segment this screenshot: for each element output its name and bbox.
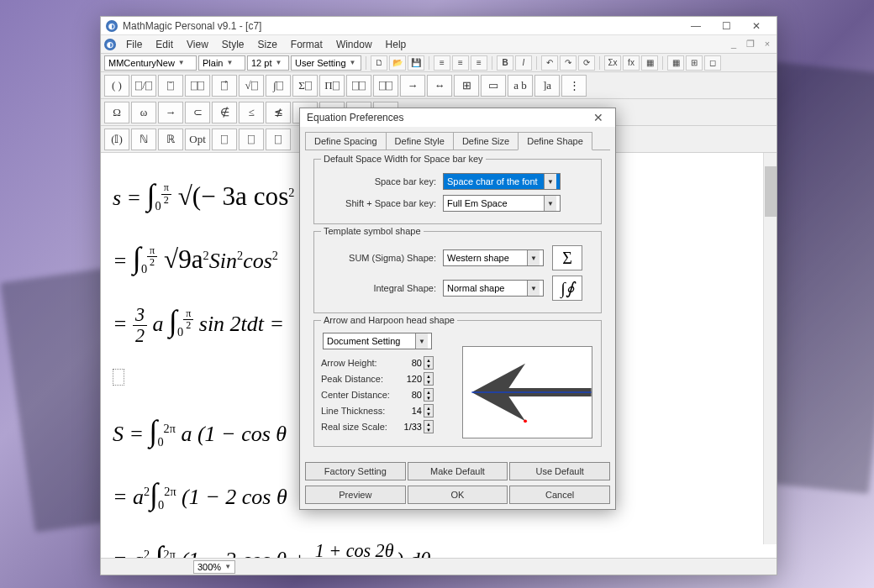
symbol-btn-3[interactable]: ⊂ [185,102,210,123]
menu-style[interactable]: Style [215,37,251,52]
align-center-btn[interactable]: ≡ [452,55,469,71]
template-btn-2[interactable]: ⎕̄ [158,75,183,97]
integral-shape-label: Integral Shape: [321,283,443,293]
doc-minimize[interactable]: _ [728,39,740,50]
space-key-select[interactable]: Space char of the font▼ [443,173,561,190]
maximize-button[interactable]: ☐ [711,18,741,34]
symbol-btn-4[interactable]: ∉ [212,102,237,123]
grid-btn[interactable]: ⊞ [686,55,703,71]
titlebar: ◐ MathMagic Personal v9.1 - [c7] — ☐ ✕ [101,17,777,35]
menu-edit[interactable]: Edit [149,37,180,52]
shift-space-select[interactable]: Full Em Space▼ [443,195,561,212]
open-btn[interactable]: 📂 [389,55,406,71]
template-btn-9[interactable]: ⎕⎕ [346,75,371,97]
menubar: ◐ FileEditViewStyleSizeFormatWindowHelp … [101,35,777,54]
template-btn-16[interactable]: ]a [534,75,560,97]
app-icon: ◐ [106,20,118,32]
sigma-btn[interactable]: Σx [604,55,621,71]
spinner-4[interactable]: ▲▼ [424,420,434,433]
save-btn[interactable]: 💾 [408,55,424,71]
color-btn[interactable]: ▦ [667,55,684,71]
extra-btn-1[interactable]: ℕ [131,129,156,150]
space-key-label: Space bar key: [321,176,443,186]
spinner-0[interactable]: ▲▼ [424,356,434,370]
redo-btn[interactable]: ↷ [560,55,577,71]
menu-view[interactable]: View [180,37,215,52]
extra-btn-4[interactable]: ⎕ [212,129,237,150]
sum-shape-select[interactable]: Western shape▼ [443,249,544,266]
zoom-selector[interactable]: 300%▼ [193,560,235,574]
template-btn-10[interactable]: ⎕⎕ [373,75,398,97]
chevron-down-icon: ▼ [178,59,185,66]
bold-btn[interactable]: B [497,55,513,71]
extra-btn-3[interactable]: Opt [185,129,210,150]
factory-setting-button[interactable]: Factory Setting [305,462,406,480]
italic-btn[interactable]: I [515,55,532,71]
new-btn[interactable]: 🗋 [371,55,387,71]
fx-btn[interactable]: fx [623,55,640,71]
cancel-button[interactable]: Cancel [509,486,610,504]
template-btn-5[interactable]: √⎕ [239,75,264,97]
template-btn-8[interactable]: Π⎕ [319,75,345,97]
style-selector[interactable]: Plain▼ [198,55,245,71]
template-btn-12[interactable]: ↔ [427,75,452,97]
template-btn-14[interactable]: ▭ [481,75,506,97]
menu-format[interactable]: Format [284,37,329,52]
undo-btn[interactable]: ↶ [541,55,558,71]
arrow-shape-group: Arrow and Harpoon head shape Document Se… [313,320,602,447]
tab-define-style[interactable]: Define Style [386,132,453,150]
symbol-btn-6[interactable]: ≰ [266,102,291,123]
extra-btn-6[interactable]: ⎕ [266,129,291,150]
template-symbol-group: Template symbol shape SUM (Sigma) Shape:… [313,231,602,313]
preview-button[interactable]: Preview [305,486,406,504]
template-btn-7[interactable]: Σ⎕ [292,75,318,97]
doc-close[interactable]: × [761,39,773,50]
box-btn[interactable]: ◻ [704,55,721,71]
ok-button[interactable]: OK [408,486,508,504]
integral-shape-select[interactable]: Normal shape▼ [443,280,544,297]
menu-file[interactable]: File [119,37,149,52]
dialog-titlebar: Equation Preferences ✕ [300,108,615,127]
spinner-3[interactable]: ▲▼ [424,404,434,417]
template-btn-1[interactable]: ⎕/⎕ [131,75,156,97]
spinner-2[interactable]: ▲▼ [424,388,434,402]
extra-btn-0[interactable]: (𝕀) [104,129,129,150]
tab-define-shape[interactable]: Define Shape [518,132,592,150]
template-btn-15[interactable]: a b [508,75,533,97]
doc-restore[interactable]: ❐ [745,39,756,50]
template-btn-11[interactable]: → [400,75,425,97]
make-default-button[interactable]: Make Default [408,462,508,480]
refresh-btn[interactable]: ⟳ [578,55,595,71]
template-btn-17[interactable]: ⋮ [561,75,587,97]
symbol-btn-1[interactable]: ω [131,102,156,123]
symbol-btn-0[interactable]: Ω [104,102,129,123]
statusbar: 300%▼ [101,558,777,575]
template-btn-0[interactable]: ( ) [104,75,129,97]
symbol-btn-2[interactable]: → [158,102,183,123]
menu-help[interactable]: Help [379,37,413,52]
menu-window[interactable]: Window [329,37,379,52]
minimize-button[interactable]: — [681,18,711,34]
align-left-btn[interactable]: ≡ [434,55,450,71]
arrow-doc-setting-select[interactable]: Document Setting▼ [323,333,432,349]
menu-size[interactable]: Size [251,37,284,52]
extra-btn-5[interactable]: ⎕ [239,129,264,150]
template-btn-3[interactable]: ⎕⎕ [185,75,210,97]
template-btn-4[interactable]: ⎕⃗ [212,75,237,97]
close-button[interactable]: ✕ [741,18,771,34]
tab-define-size[interactable]: Define Size [453,132,518,150]
align-right-btn[interactable]: ≡ [471,55,487,71]
spinner-1[interactable]: ▲▼ [424,372,434,386]
tab-define-spacing[interactable]: Define Spacing [305,132,386,150]
size-selector[interactable]: 12 pt▼ [247,55,289,71]
symbol-btn-5[interactable]: ≤ [239,102,264,123]
use-default-button[interactable]: Use Default [509,462,610,480]
template-btn-13[interactable]: ⊞ [454,75,479,97]
extra-btn-2[interactable]: ℝ [158,129,183,150]
user-setting-selector[interactable]: User Setting▼ [291,55,361,71]
vertical-scrollbar[interactable] [763,153,777,544]
font-selector[interactable]: MMCenturyNew▼ [104,55,197,71]
matrix-btn[interactable]: ▦ [641,55,658,71]
dialog-close-button[interactable]: ✕ [588,111,608,124]
template-btn-6[interactable]: ∫⎕ [266,75,291,97]
